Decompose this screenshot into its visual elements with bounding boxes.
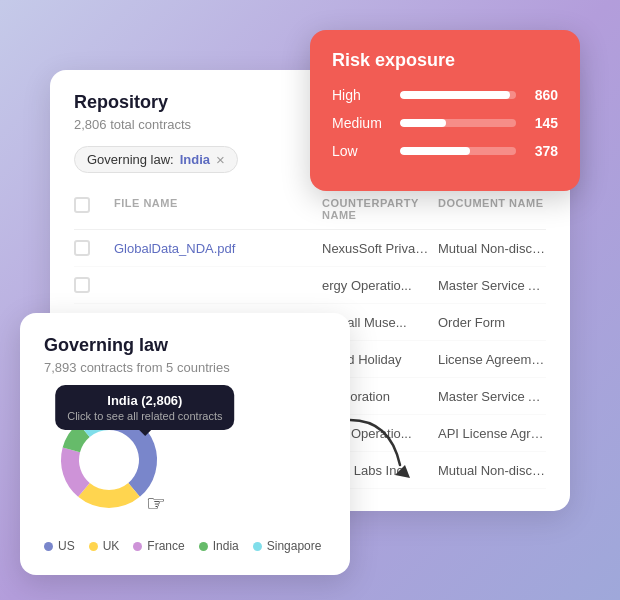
- risk-label: High: [332, 87, 390, 103]
- risk-bar-container: [400, 119, 516, 127]
- gov-title: Governing law: [44, 335, 326, 356]
- risk-bar: [400, 119, 446, 127]
- counterparty-cell: ergy Operatio...: [322, 278, 430, 293]
- filter-tag[interactable]: Governing law: India ×: [74, 146, 238, 173]
- document-cell: Master Service Agree...: [438, 278, 546, 293]
- table-header: FILE NAME COUNTERPARTY NAME DOCUMENT NAM…: [74, 189, 546, 230]
- col-header-counterparty: COUNTERPARTY NAME: [322, 197, 430, 221]
- tooltip-title: India (2,806): [67, 393, 222, 408]
- legend-item-uk: UK: [89, 539, 120, 553]
- legend-item-us: US: [44, 539, 75, 553]
- document-cell: Master Service Agree...: [438, 389, 546, 404]
- col-header-file: FILE NAME: [114, 197, 314, 221]
- legend-item-india: India: [199, 539, 239, 553]
- legend-label: UK: [103, 539, 120, 553]
- risk-bar: [400, 91, 510, 99]
- filter-value[interactable]: India: [180, 152, 210, 167]
- legend: US UK France India Singapore: [44, 539, 326, 553]
- filter-close-icon[interactable]: ×: [216, 152, 225, 167]
- document-cell: Mutual Non-disclosure...: [438, 463, 546, 478]
- tooltip-sub: Click to see all related contracts: [67, 410, 222, 422]
- cursor-icon: ☞: [146, 491, 166, 517]
- governing-law-card: Governing law 7,893 contracts from 5 cou…: [20, 313, 350, 575]
- legend-dot: [89, 542, 98, 551]
- legend-item-france: France: [133, 539, 184, 553]
- risk-row-high: High 860: [332, 87, 558, 103]
- document-cell: Order Form: [438, 315, 546, 330]
- chart-area: India (2,806) Click to see all related c…: [44, 395, 326, 525]
- document-cell: API License Agreement: [438, 426, 546, 441]
- legend-label: US: [58, 539, 75, 553]
- file-link[interactable]: GlobalData_NDA.pdf: [114, 241, 314, 256]
- gov-subtitle: 7,893 contracts from 5 countries: [44, 360, 326, 375]
- document-cell: License Agreement: [438, 352, 546, 367]
- legend-label: France: [147, 539, 184, 553]
- donut-segment-uk[interactable]: [78, 483, 140, 508]
- svg-marker-0: [395, 465, 410, 478]
- legend-dot: [44, 542, 53, 551]
- table-row[interactable]: GlobalData_NDA.pdf NexusSoft Private Lim…: [74, 230, 546, 267]
- risk-card-title: Risk exposure: [332, 50, 558, 71]
- counterparty-cell: NexusSoft Private Limi...: [322, 241, 430, 256]
- risk-exposure-card: Risk exposure High 860 Medium 145 Low 37…: [310, 30, 580, 191]
- risk-bar-container: [400, 147, 516, 155]
- row-checkbox[interactable]: [74, 277, 90, 293]
- legend-label: Singapore: [267, 539, 322, 553]
- risk-value: 860: [526, 87, 558, 103]
- legend-dot: [253, 542, 262, 551]
- donut-chart-wrapper[interactable]: India (2,806) Click to see all related c…: [44, 395, 174, 525]
- legend-label: India: [213, 539, 239, 553]
- legend-dot: [199, 542, 208, 551]
- risk-bar-container: [400, 91, 516, 99]
- tooltip-bubble: India (2,806) Click to see all related c…: [55, 385, 234, 430]
- risk-label: Medium: [332, 115, 390, 131]
- table-row[interactable]: ergy Operatio... Master Service Agree...: [74, 267, 546, 304]
- document-cell: Mutual Non-disclosure...: [438, 241, 546, 256]
- risk-value: 145: [526, 115, 558, 131]
- risk-label: Low: [332, 143, 390, 159]
- risk-bar: [400, 147, 470, 155]
- legend-dot: [133, 542, 142, 551]
- filter-prefix: Governing law:: [87, 152, 174, 167]
- legend-item-singapore: Singapore: [253, 539, 322, 553]
- risk-value: 378: [526, 143, 558, 159]
- risk-row-medium: Medium 145: [332, 115, 558, 131]
- select-all-checkbox[interactable]: [74, 197, 90, 213]
- col-header-document: DOCUMENT NAME: [438, 197, 546, 221]
- row-checkbox[interactable]: [74, 240, 90, 256]
- risk-row-low: Low 378: [332, 143, 558, 159]
- arrow-connector: [340, 410, 420, 480]
